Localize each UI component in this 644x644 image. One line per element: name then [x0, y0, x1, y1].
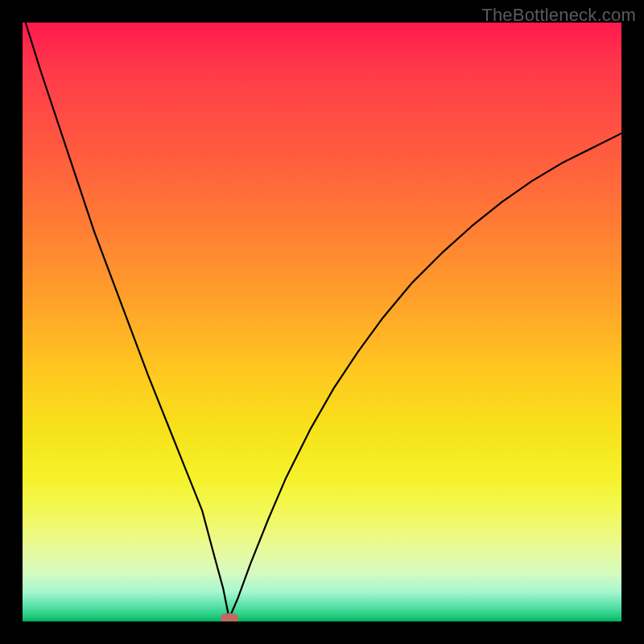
minimum-marker	[221, 613, 238, 621]
bottleneck-curve	[26, 23, 621, 618]
plot-area	[23, 23, 621, 621]
curve-layer	[23, 23, 621, 621]
chart-frame: TheBottleneck.com	[0, 0, 644, 644]
